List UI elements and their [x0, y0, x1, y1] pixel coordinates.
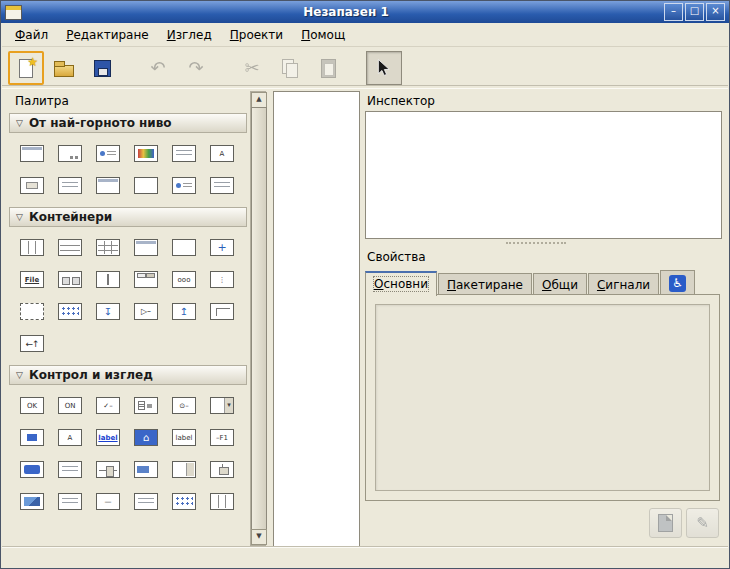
palette-widget-accel-label[interactable]: –F1: [210, 429, 234, 446]
toolbar: ↶↷✂: [2, 47, 728, 89]
selector-button[interactable]: [366, 51, 402, 85]
accessibility-icon: ♿: [669, 275, 686, 292]
palette-widget-column-view[interactable]: [210, 493, 234, 510]
menu-item-Помощ[interactable]: Помощ: [292, 25, 354, 45]
tab-Общи[interactable]: Общи: [533, 273, 587, 295]
palette-panel: ▽От най-горното нивоA▽Контейнери+Fileooo…: [9, 113, 247, 543]
palette-widget-font-selection-dialog[interactable]: A: [210, 145, 234, 162]
save-floppy-icon: [91, 57, 113, 79]
palette-grid: +Fileooo⋮↧▷–↥←↑: [9, 231, 247, 365]
palette-widget-fixed[interactable]: [172, 239, 196, 256]
undo-arrow-icon: ↶: [147, 57, 169, 79]
palette-widget-radio-button[interactable]: ⊙–: [172, 397, 196, 414]
tab-Пакетиране[interactable]: Пакетиране: [438, 273, 532, 295]
palette-widget-handle-box[interactable]: ↧: [96, 303, 120, 320]
scrollbar-thumb[interactable]: [251, 107, 267, 530]
pane-resize-handle[interactable]: [506, 242, 566, 244]
palette-widget-text-entry[interactable]: A: [58, 429, 82, 446]
palette-widget-layout-fixed[interactable]: +: [210, 239, 234, 256]
palette-widget-color-button[interactable]: [20, 429, 44, 446]
new-button[interactable]: [8, 51, 44, 85]
tab-Основни[interactable]: Основни: [365, 271, 437, 296]
palette-widget-message-dialog[interactable]: [96, 145, 120, 162]
palette-widget-hbutton-box[interactable]: ooo: [172, 271, 196, 288]
palette-widget-layout[interactable]: ↥: [172, 303, 196, 320]
palette-widget-text-view[interactable]: [58, 461, 82, 478]
palette-widget-file-selection-dialog[interactable]: [172, 145, 196, 162]
palette-widget-vscale[interactable]: [210, 461, 234, 478]
palette-widget-vbox[interactable]: [20, 239, 44, 256]
palette-widget-entry[interactable]: [20, 461, 44, 478]
palette-section-header[interactable]: ▽От най-горното ниво: [9, 113, 247, 133]
palette-widget-icon-view[interactable]: [172, 493, 196, 510]
open-button[interactable]: [46, 51, 82, 85]
palette-widget-toggle-button[interactable]: ON: [58, 397, 82, 414]
palette-widget-input-dialog[interactable]: [20, 177, 44, 194]
undo-button: ↶: [140, 51, 176, 85]
properties-tabs: ОсновниПакетиранеОбщиСигнали♿: [365, 268, 719, 295]
palette-widget-menu-bar[interactable]: File: [20, 271, 44, 288]
palette-widget-hscale[interactable]: [96, 461, 120, 478]
menu-item-Изглед[interactable]: Изглед: [158, 25, 221, 45]
palette-widget-hseparator[interactable]: —: [96, 493, 120, 510]
design-canvas[interactable]: [273, 91, 360, 548]
palette-widget-frame[interactable]: [134, 239, 158, 256]
palette-widget-check-button[interactable]: ✓–: [96, 397, 120, 414]
palette-widget-alert-dialog[interactable]: [172, 177, 196, 194]
close-button[interactable]: ×: [706, 3, 725, 21]
palette-widget-paned[interactable]: [96, 271, 120, 288]
palette-widget-plug-window[interactable]: [134, 177, 158, 194]
palette-widget-spin-button[interactable]: [172, 461, 196, 478]
palette-widget-dialog[interactable]: [58, 145, 82, 162]
tab-accessibility[interactable]: ♿: [660, 270, 695, 295]
palette-widget-button[interactable]: OK: [20, 397, 44, 414]
tab-label: Основни: [374, 277, 428, 291]
menu-item-Редактиране[interactable]: Редактиране: [57, 25, 158, 45]
palette-widget-about-dialog[interactable]: [96, 177, 120, 194]
pointer-arrow-icon: [373, 57, 395, 79]
palette-widget-list-view[interactable]: [134, 493, 158, 510]
scroll-down-icon[interactable]: ▼: [251, 529, 267, 545]
scroll-up-icon[interactable]: ▲: [251, 92, 267, 108]
palette-widget-window[interactable]: [20, 145, 44, 162]
collapse-arrow-icon: ▽: [16, 212, 23, 222]
app-icon: [5, 5, 22, 20]
palette-title: Палитра: [15, 94, 69, 108]
palette-widget-image[interactable]: [20, 493, 44, 510]
menu-item-Проекти[interactable]: Проекти: [221, 25, 292, 45]
palette-widget-check-group[interactable]: [134, 397, 158, 414]
palette-widget-aspect-frame[interactable]: [210, 303, 234, 320]
palette-scrollbar[interactable]: ▲ ▼: [250, 91, 266, 546]
palette-widget-label-markup[interactable]: label: [96, 429, 120, 446]
palette-widget-color-selection-dialog[interactable]: [134, 145, 158, 162]
palette-widget-document-view[interactable]: [58, 493, 82, 510]
tab-Сигнали[interactable]: Сигнали: [588, 273, 659, 295]
palette-section-header[interactable]: ▽Контейнери: [9, 207, 247, 227]
palette-widget-label[interactable]: label: [172, 429, 196, 446]
titlebar[interactable]: Незапазен 1 –□×: [1, 1, 729, 23]
palette-section-header[interactable]: ▽Контрол и изглед: [9, 365, 247, 385]
palette-widget-combo-box[interactable]: [210, 397, 234, 414]
palette-widget-alignment[interactable]: ←↑: [20, 335, 44, 352]
palette-widget-toolbar-widget[interactable]: [58, 271, 82, 288]
palette-widget-home-button[interactable]: ⌂: [134, 429, 158, 446]
toolbar-separator: [348, 53, 366, 83]
palette-grid: A: [9, 137, 247, 207]
palette-widget-scrolled-window[interactable]: [58, 303, 82, 320]
inspector-title: Инспектор: [367, 94, 435, 108]
palette-widget-vbutton-box[interactable]: ⋮: [210, 271, 234, 288]
maximize-button[interactable]: □: [685, 3, 704, 21]
statusbar: [2, 546, 728, 567]
palette-widget-expander[interactable]: ▷–: [134, 303, 158, 320]
palette-widget-table[interactable]: [96, 239, 120, 256]
palette-widget-hbox[interactable]: [58, 239, 82, 256]
inspector-tree[interactable]: [365, 111, 722, 239]
save-button[interactable]: [84, 51, 120, 85]
palette-widget-option-dialog[interactable]: [58, 177, 82, 194]
palette-widget-viewport[interactable]: [20, 303, 44, 320]
menu-item-Файл[interactable]: Файл: [6, 25, 57, 45]
palette-widget-progress-bar[interactable]: [134, 461, 158, 478]
palette-widget-text-dialog[interactable]: [210, 177, 234, 194]
palette-widget-notebook[interactable]: [134, 271, 158, 288]
minimize-button[interactable]: –: [664, 3, 683, 21]
